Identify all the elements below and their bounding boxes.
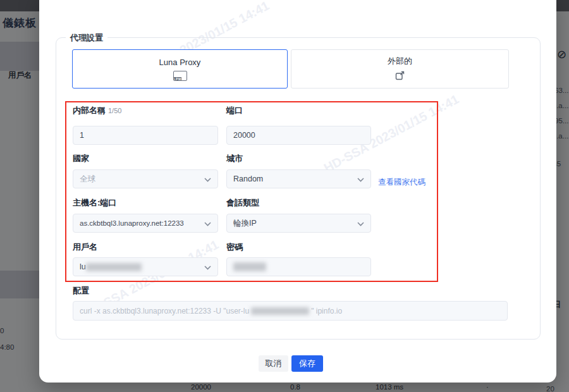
chevron-down-icon [204,178,211,182]
chevron-down-icon [204,266,211,270]
internal-name-input[interactable]: 1 [73,126,218,145]
redacted-config-credentials [251,307,309,315]
chevron-down-icon [357,178,364,182]
chevron-down-icon [204,222,211,226]
username-select[interactable]: lu [73,257,218,276]
country-label: 國家 [73,153,89,164]
config-input[interactable]: curl -x as.ckbtbql3.lunaproxy.net:12233 … [73,301,508,321]
city-label: 城市 [226,153,243,164]
username-label: 用戶名 [73,242,97,253]
internal-name-label: 内部名稱1/50 [73,105,121,116]
city-select[interactable]: Random [226,169,371,188]
screen: 儀錶板 用戶名 計 ⊘ 機名 6.163... mtp.a... 7.195..… [0,0,569,392]
session-type-label: 會話類型 [226,197,259,209]
port-input[interactable]: 20000 [226,126,371,145]
redacted-password [233,262,266,271]
char-counter: 1/50 [108,107,121,114]
config-label: 配置 [73,285,89,297]
fieldset-legend: 代理設置 [66,32,107,44]
external-link-icon [395,71,405,83]
redacted-username [86,263,142,271]
chevron-down-icon [357,222,364,226]
password-label: 密碼 [226,242,243,253]
session-type-select[interactable]: 輪換IP [226,214,371,233]
provider-card-external[interactable]: 外部的 [291,49,509,89]
password-input[interactable] [226,257,371,276]
port-label: 端口 [226,105,243,116]
save-button[interactable]: 保存 [291,355,323,372]
host-port-select[interactable]: as.ckbtbql3.lunaproxy.net:12233 [73,214,218,233]
cancel-button[interactable]: 取消 [259,355,288,372]
country-select[interactable]: 全球 [73,169,218,188]
provider-card-label: 外部的 [388,56,412,67]
view-country-codes-link[interactable]: 查看國家代碼 [378,177,425,188]
host-port-label: 主機名:端口 [73,197,116,209]
provider-card-luna[interactable]: Luna Proxy LPM [72,49,288,89]
provider-card-label: Luna Proxy [159,58,201,67]
lpm-badge-icon: LPM [173,71,187,81]
